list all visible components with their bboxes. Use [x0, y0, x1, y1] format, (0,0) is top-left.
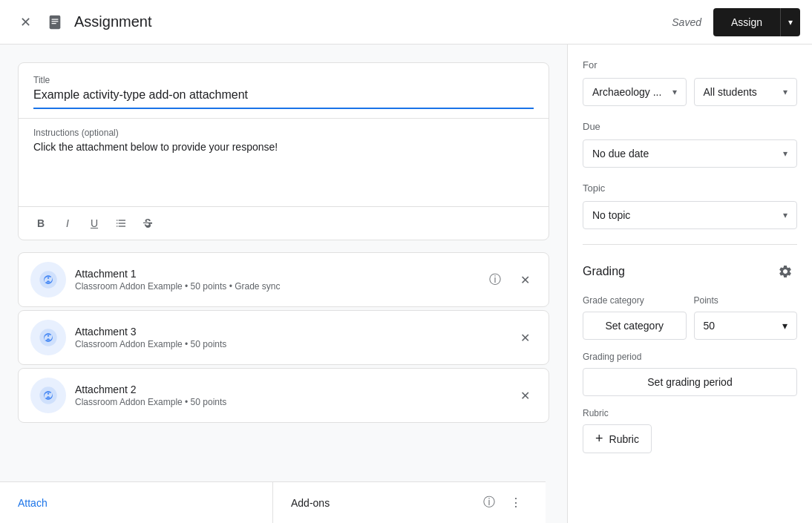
svg-rect-6 — [117, 223, 117, 223]
bold-button[interactable]: B — [30, 213, 51, 234]
points-value: 50 — [704, 320, 783, 332]
attachment-name: Attachment 2 — [75, 384, 504, 395]
students-dropdown-chevron: ▾ — [783, 87, 788, 97]
class-dropdown-chevron: ▾ — [672, 87, 677, 97]
grading-period-label: Grading period — [583, 352, 797, 362]
attachment-actions: ✕ — [513, 384, 537, 407]
plus-icon: + — [595, 431, 603, 447]
addons-more-button[interactable]: ⋮ — [504, 491, 528, 515]
assign-button[interactable]: Assign — [713, 8, 780, 36]
topic-dropdown[interactable]: No topic ▾ — [583, 201, 797, 229]
addons-section: Add-ons ⓘ ⋮ — [273, 482, 546, 523]
svg-rect-0 — [50, 15, 61, 28]
points-col: Points 50 ▾ — [694, 295, 798, 340]
addons-actions: ⓘ ⋮ — [477, 491, 528, 515]
topic-value: No topic — [592, 209, 783, 221]
for-row: Archaeology ... ▾ All students ▾ — [583, 78, 797, 106]
saved-status: Saved — [672, 16, 701, 28]
add-rubric-button[interactable]: + Rubric — [583, 424, 652, 453]
attachment-info: Attachment 2 Classroom Addon Example • 5… — [75, 384, 504, 407]
due-dropdown[interactable]: No due date ▾ — [583, 139, 797, 168]
attachment-icon — [30, 320, 66, 355]
svg-rect-5 — [119, 220, 125, 220]
attachment-remove-button[interactable]: ✕ — [513, 326, 537, 349]
svg-rect-7 — [119, 223, 125, 223]
grade-category-label: Grade category — [583, 295, 687, 306]
attachment-actions: ✕ — [513, 326, 537, 349]
svg-rect-3 — [51, 22, 56, 23]
assign-dropdown-button[interactable]: ▾ — [780, 8, 800, 36]
rubric-label: Rubric — [583, 408, 797, 418]
title-label: Title — [33, 75, 534, 85]
students-dropdown[interactable]: All students ▾ — [694, 78, 798, 106]
attachment-meta: Classroom Addon Example • 50 points — [75, 397, 504, 407]
attachment-item: Attachment 3 Classroom Addon Example • 5… — [18, 310, 549, 365]
attachment-icon — [30, 262, 66, 297]
italic-button[interactable]: I — [57, 213, 78, 234]
due-value: No due date — [592, 148, 783, 159]
points-label: Points — [694, 295, 798, 306]
title-underline — [33, 108, 534, 109]
instructions-label: Instructions (optional) — [33, 128, 534, 138]
grade-category-row: Grade category Set category Points 50 ▾ — [583, 295, 797, 340]
points-dropdown-chevron: ▾ — [782, 320, 788, 332]
page-title: Assignment — [74, 13, 672, 30]
students-value: All students — [704, 86, 784, 98]
attachment-name: Attachment 3 — [75, 326, 504, 338]
topic-label: Topic — [583, 182, 797, 194]
class-dropdown[interactable]: Archaeology ... ▾ — [583, 78, 687, 106]
right-panel: For Archaeology ... ▾ All students ▾ Due… — [567, 45, 812, 523]
for-label: For — [583, 59, 797, 70]
addons-label: Add-ons — [291, 497, 330, 509]
grading-header: Grading — [583, 260, 797, 283]
add-rubric-label: Rubric — [609, 433, 639, 445]
attachment-meta: Classroom Addon Example • 50 points — [75, 339, 504, 349]
attachments-list: Attachment 1 Classroom Addon Example • 5… — [18, 252, 549, 423]
set-category-button[interactable]: Set category — [583, 312, 687, 340]
grading-title: Grading — [583, 265, 625, 278]
attachment-actions: ⓘ ✕ — [483, 268, 537, 292]
due-label: Due — [583, 121, 797, 132]
attachment-item: Attachment 2 Classroom Addon Example • 5… — [18, 368, 549, 423]
bottom-bar: Attach Add-ons ⓘ ⋮ — [0, 481, 546, 523]
list-button[interactable] — [111, 213, 131, 234]
points-dropdown[interactable]: 50 ▾ — [694, 312, 798, 340]
due-dropdown-chevron: ▾ — [783, 148, 788, 159]
underline-button[interactable]: U — [84, 213, 105, 234]
svg-rect-1 — [51, 19, 58, 19]
instructions-text[interactable]: Click the attachment below to provide yo… — [33, 141, 534, 200]
topic-dropdown-chevron: ▾ — [783, 210, 788, 220]
svg-rect-4 — [117, 220, 117, 220]
instructions-section: Instructions (optional) Click the attach… — [19, 119, 549, 206]
attachment-name: Attachment 1 — [75, 268, 474, 280]
formatting-toolbar: B I U — [19, 206, 549, 240]
attachment-icon — [30, 378, 66, 413]
attachment-info: Attachment 3 Classroom Addon Example • 5… — [75, 326, 504, 349]
close-button[interactable]: ✕ — [12, 9, 39, 36]
assignment-card: Title Example activity-type add-on attac… — [18, 62, 549, 240]
left-panel: Title Example activity-type add-on attac… — [0, 45, 567, 523]
attachment-info-button[interactable]: ⓘ — [483, 268, 507, 292]
grade-category-col: Grade category Set category — [583, 295, 687, 340]
addons-info-button[interactable]: ⓘ — [477, 491, 501, 515]
grading-settings-button[interactable] — [773, 260, 797, 283]
attachment-remove-button[interactable]: ✕ — [513, 384, 537, 407]
divider — [583, 244, 797, 245]
app-header: ✕ Assignment Saved Assign ▾ — [0, 0, 812, 45]
attachment-remove-button[interactable]: ✕ — [513, 268, 537, 292]
attachment-info: Attachment 1 Classroom Addon Example • 5… — [75, 268, 474, 292]
attach-button[interactable]: Attach — [0, 482, 273, 523]
set-grading-period-button[interactable]: Set grading period — [583, 368, 797, 396]
attachment-item: Attachment 1 Classroom Addon Example • 5… — [18, 252, 549, 307]
title-value[interactable]: Example activity-type add-on attachment — [33, 88, 534, 102]
title-section: Title Example activity-type add-on attac… — [19, 63, 549, 119]
svg-rect-8 — [117, 226, 117, 226]
doc-icon — [42, 9, 68, 36]
attachment-meta: Classroom Addon Example • 50 points • Gr… — [75, 281, 474, 292]
svg-rect-9 — [119, 226, 125, 226]
class-value: Archaeology ... — [592, 86, 672, 98]
strikethrough-button[interactable] — [137, 213, 158, 234]
main-content: Title Example activity-type add-on attac… — [0, 45, 812, 523]
svg-rect-2 — [51, 21, 58, 22]
